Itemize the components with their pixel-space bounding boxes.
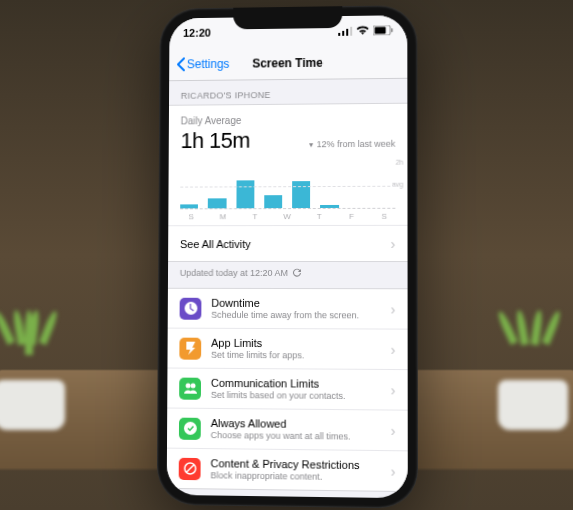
chart-bar: [320, 205, 338, 208]
chart-bar: [292, 181, 310, 208]
chart-bar: [208, 198, 226, 208]
status-icons: [338, 25, 393, 36]
avg-label: Daily Average: [180, 114, 395, 127]
svg-point-7: [185, 383, 190, 388]
chart-bar: [263, 195, 281, 208]
chevron-right-icon: ›: [390, 422, 395, 438]
iphone-frame: 12:20 Settings Screen Time RICARDO'S IPH…: [156, 5, 417, 509]
clock: 12:20: [183, 27, 211, 39]
option-restrict[interactable]: Content & Privacy RestrictionsBlock inap…: [166, 448, 407, 491]
option-always[interactable]: Always AllowedChoose apps you want at al…: [166, 408, 407, 451]
chart-bar: [235, 180, 253, 208]
option-downtime[interactable]: DowntimeSchedule time away from the scre…: [167, 289, 407, 329]
usage-summary-card: Daily Average 1h 15m ▼ 12% from last wee…: [168, 103, 407, 262]
applimits-icon: [179, 337, 201, 359]
svg-rect-1: [342, 31, 344, 36]
device-label: RICARDO'S IPHONE: [169, 79, 407, 105]
svg-rect-2: [346, 29, 348, 36]
down-arrow-icon: ▼: [307, 141, 314, 148]
commlimits-icon: [179, 377, 201, 399]
svg-rect-0: [338, 33, 340, 36]
svg-point-8: [190, 383, 195, 388]
see-all-activity[interactable]: See All Activity ›: [168, 225, 407, 261]
option-applimits[interactable]: App LimitsSet time limits for apps.›: [167, 328, 407, 369]
wifi-icon: [356, 26, 369, 36]
delta-text: ▼ 12% from last week: [307, 139, 395, 150]
restrict-icon: [178, 457, 200, 479]
chevron-right-icon: ›: [390, 463, 395, 479]
nav-bar: Settings Screen Time: [169, 45, 407, 81]
chart-bar: [180, 205, 198, 209]
usage-chart: 2h avg SMTWTFS: [168, 157, 407, 226]
svg-rect-3: [350, 27, 352, 36]
updated-text: Updated today at 12:20 AM: [167, 262, 407, 288]
option-commlimits[interactable]: Communication LimitsSet limits based on …: [167, 368, 407, 410]
chevron-right-icon: ›: [390, 341, 395, 357]
screen: 12:20 Settings Screen Time RICARDO'S IPH…: [166, 15, 407, 498]
always-icon: [178, 417, 200, 439]
battery-icon: [373, 25, 393, 35]
svg-rect-5: [374, 27, 385, 34]
svg-line-11: [186, 465, 193, 472]
svg-point-9: [183, 422, 196, 435]
chevron-right-icon: ›: [390, 235, 395, 251]
downtime-icon: [179, 297, 201, 319]
notch: [233, 6, 342, 29]
chevron-right-icon: ›: [390, 301, 395, 317]
page-title: Screen Time: [169, 54, 407, 71]
chevron-right-icon: ›: [390, 382, 395, 398]
refresh-icon[interactable]: [292, 268, 302, 278]
options-list: DowntimeSchedule time away from the scre…: [166, 288, 407, 492]
signal-icon: [338, 26, 352, 36]
svg-rect-6: [391, 28, 393, 32]
